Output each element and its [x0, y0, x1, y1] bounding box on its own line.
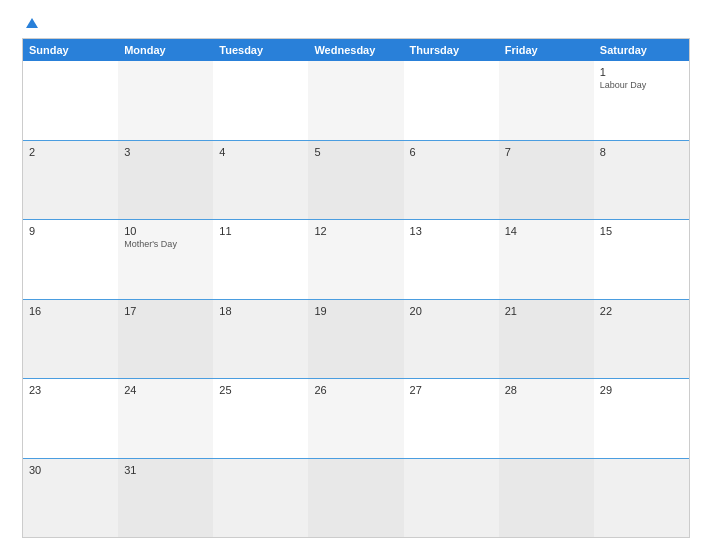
calendar-cell: 11	[213, 220, 308, 299]
logo-blue-text	[22, 18, 38, 28]
header	[22, 18, 690, 28]
calendar-row-5: 3031	[23, 458, 689, 538]
calendar-cell: 19	[308, 300, 403, 379]
day-number: 27	[410, 384, 493, 396]
day-number: 16	[29, 305, 112, 317]
col-tuesday: Tuesday	[213, 39, 308, 61]
calendar-cell: 12	[308, 220, 403, 299]
day-number: 14	[505, 225, 588, 237]
calendar-cell: 25	[213, 379, 308, 458]
day-number: 18	[219, 305, 302, 317]
day-number: 15	[600, 225, 683, 237]
col-monday: Monday	[118, 39, 213, 61]
col-saturday: Saturday	[594, 39, 689, 61]
calendar-header: Sunday Monday Tuesday Wednesday Thursday…	[23, 39, 689, 61]
calendar-row-1: 2345678	[23, 140, 689, 220]
calendar-cell: 23	[23, 379, 118, 458]
day-number: 24	[124, 384, 207, 396]
calendar-cell: 4	[213, 141, 308, 220]
day-number: 10	[124, 225, 207, 237]
calendar-cell: 21	[499, 300, 594, 379]
calendar-row-0: 1Labour Day	[23, 61, 689, 140]
day-number: 22	[600, 305, 683, 317]
calendar-row-3: 16171819202122	[23, 299, 689, 379]
day-number: 19	[314, 305, 397, 317]
calendar-cell: 13	[404, 220, 499, 299]
calendar-cell	[308, 459, 403, 538]
day-number: 29	[600, 384, 683, 396]
calendar-cell	[594, 459, 689, 538]
calendar-cell	[23, 61, 118, 140]
logo	[22, 18, 38, 28]
calendar-cell: 16	[23, 300, 118, 379]
calendar-cell: 9	[23, 220, 118, 299]
day-number: 5	[314, 146, 397, 158]
calendar-cell: 20	[404, 300, 499, 379]
day-number: 25	[219, 384, 302, 396]
calendar-cell: 15	[594, 220, 689, 299]
col-thursday: Thursday	[404, 39, 499, 61]
calendar-cell: 29	[594, 379, 689, 458]
day-number: 8	[600, 146, 683, 158]
calendar-cell	[118, 61, 213, 140]
day-number: 11	[219, 225, 302, 237]
day-number: 4	[219, 146, 302, 158]
calendar-row-4: 23242526272829	[23, 378, 689, 458]
day-number: 28	[505, 384, 588, 396]
calendar-cell: 3	[118, 141, 213, 220]
calendar-cell	[404, 459, 499, 538]
day-number: 7	[505, 146, 588, 158]
day-number: 1	[600, 66, 683, 78]
col-friday: Friday	[499, 39, 594, 61]
col-sunday: Sunday	[23, 39, 118, 61]
day-number: 31	[124, 464, 207, 476]
page: Sunday Monday Tuesday Wednesday Thursday…	[0, 0, 712, 550]
day-number: 6	[410, 146, 493, 158]
holiday-label: Mother's Day	[124, 239, 207, 250]
calendar-cell	[499, 61, 594, 140]
day-number: 21	[505, 305, 588, 317]
calendar-cell: 28	[499, 379, 594, 458]
calendar-cell: 31	[118, 459, 213, 538]
day-number: 12	[314, 225, 397, 237]
calendar-cell: 6	[404, 141, 499, 220]
day-number: 2	[29, 146, 112, 158]
calendar-cell: 18	[213, 300, 308, 379]
calendar-cell: 17	[118, 300, 213, 379]
day-number: 20	[410, 305, 493, 317]
calendar-row-2: 910Mother's Day1112131415	[23, 219, 689, 299]
calendar-cell: 8	[594, 141, 689, 220]
calendar-cell: 30	[23, 459, 118, 538]
calendar-cell: 26	[308, 379, 403, 458]
calendar-cell	[213, 459, 308, 538]
calendar-cell: 5	[308, 141, 403, 220]
calendar-cell	[213, 61, 308, 140]
calendar-cell: 22	[594, 300, 689, 379]
calendar-cell: 2	[23, 141, 118, 220]
holiday-label: Labour Day	[600, 80, 683, 91]
day-number: 17	[124, 305, 207, 317]
day-number: 23	[29, 384, 112, 396]
logo-triangle-icon	[26, 18, 38, 28]
calendar-cell: 7	[499, 141, 594, 220]
day-number: 9	[29, 225, 112, 237]
col-wednesday: Wednesday	[308, 39, 403, 61]
calendar-cell	[308, 61, 403, 140]
calendar-body: 1Labour Day2345678910Mother's Day1112131…	[23, 61, 689, 537]
calendar: Sunday Monday Tuesday Wednesday Thursday…	[22, 38, 690, 538]
calendar-cell: 14	[499, 220, 594, 299]
calendar-cell: 1Labour Day	[594, 61, 689, 140]
calendar-cell: 10Mother's Day	[118, 220, 213, 299]
calendar-cell: 27	[404, 379, 499, 458]
day-number: 30	[29, 464, 112, 476]
calendar-cell	[499, 459, 594, 538]
calendar-cell: 24	[118, 379, 213, 458]
day-number: 3	[124, 146, 207, 158]
day-number: 26	[314, 384, 397, 396]
day-number: 13	[410, 225, 493, 237]
calendar-cell	[404, 61, 499, 140]
